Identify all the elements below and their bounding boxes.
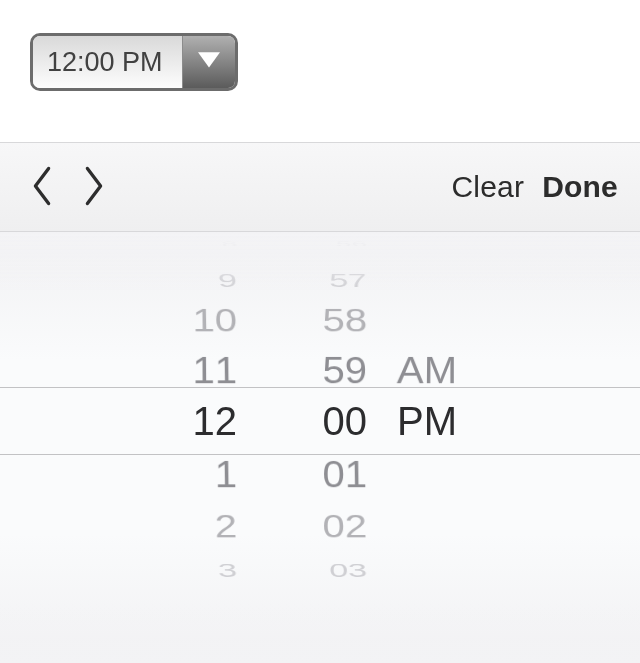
minute-option[interactable]: 56: [252, 236, 369, 253]
minute-option[interactable]: 58: [254, 295, 368, 346]
picker-wheels: 8 9 10 11 12 1 2 3 56 57 58 59 00 01 02 …: [0, 232, 640, 663]
time-field-combo: [30, 33, 238, 91]
clear-button[interactable]: Clear: [451, 170, 524, 204]
hour-wheel[interactable]: 8 9 10 11 12 1 2 3: [125, 232, 255, 663]
hour-option[interactable]: 10: [124, 295, 238, 346]
wheel-columns: 8 9 10 11 12 1 2 3 56 57 58 59 00 01 02 …: [0, 232, 640, 663]
minute-option[interactable]: 03: [253, 552, 369, 588]
hour-option[interactable]: 1: [124, 444, 237, 504]
hour-option[interactable]: 2: [124, 501, 238, 552]
chevron-right-icon: [83, 166, 105, 209]
done-button[interactable]: Done: [542, 170, 618, 204]
minute-option[interactable]: 57: [253, 262, 369, 298]
svg-marker-0: [198, 52, 220, 67]
prev-button[interactable]: [22, 157, 62, 217]
triangle-down-icon: [198, 52, 220, 73]
time-input[interactable]: [33, 36, 183, 88]
next-button[interactable]: [74, 157, 114, 217]
period-wheel[interactable]: AM PM: [385, 232, 515, 663]
minute-option[interactable]: 01: [254, 444, 367, 504]
hour-option[interactable]: 8: [122, 236, 239, 253]
chevron-left-icon: [31, 166, 53, 209]
hour-option[interactable]: 3: [123, 552, 239, 588]
hour-option[interactable]: 9: [123, 262, 239, 298]
time-picker-panel: Clear Done 8 9 10 11 12 1 2 3 56 57 58 5…: [0, 142, 640, 663]
minute-wheel[interactable]: 56 57 58 59 00 01 02 03: [255, 232, 385, 663]
period-option-selected[interactable]: PM: [397, 389, 515, 453]
minute-option[interactable]: 02: [254, 501, 368, 552]
picker-toolbar: Clear Done: [0, 142, 640, 232]
time-dropdown-button[interactable]: [183, 36, 235, 88]
